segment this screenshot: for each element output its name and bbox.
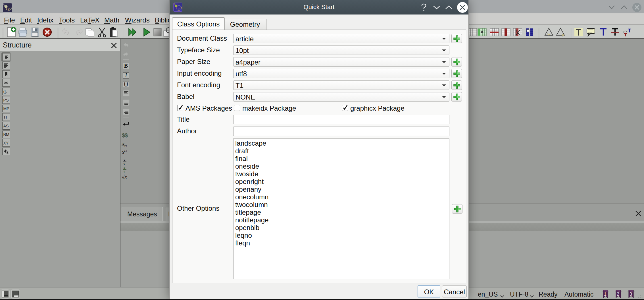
svg-text:y: y xyxy=(123,169,125,173)
svg-text:MP: MP xyxy=(3,106,9,111)
svg-text:([.: ([. xyxy=(3,89,7,94)
svg-text:y: y xyxy=(123,162,125,165)
svg-text:PS: PS xyxy=(3,98,9,102)
svg-text:2: 2 xyxy=(617,292,619,297)
svg-text:1: 1 xyxy=(604,292,607,297)
svg-text:XY: XY xyxy=(3,141,9,145)
svg-text:TI: TI xyxy=(3,115,7,119)
svg-text:BM: BM xyxy=(3,132,9,137)
svg-text:AS: AS xyxy=(3,124,9,128)
svg-text:3: 3 xyxy=(630,292,632,297)
